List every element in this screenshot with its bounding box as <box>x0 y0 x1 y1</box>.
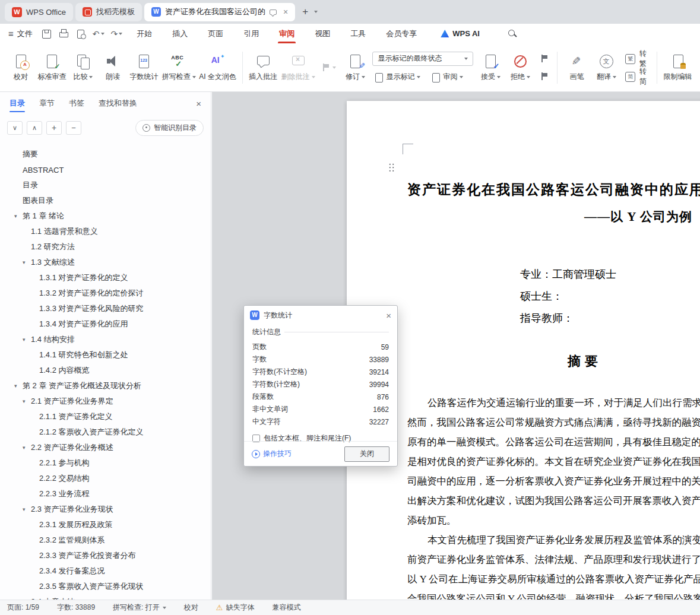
outline-item[interactable]: 2.3.4 发行备案总况 <box>0 563 211 579</box>
outline-item[interactable]: 2.2.2 交易结构 <box>0 471 211 486</box>
zoom-out-outline-button[interactable] <box>66 121 81 135</box>
menu-tab[interactable]: 页面 <box>207 24 224 43</box>
outline-item[interactable]: 1.3.4 对资产证券化的应用 <box>0 316 211 332</box>
tab-contents[interactable]: 目录 <box>9 92 25 115</box>
search-icon[interactable] <box>507 28 518 39</box>
show-markup-dropdown-icon[interactable] <box>417 76 420 78</box>
outline-item[interactable]: 2.3.1 发展历程及政策 <box>0 517 211 532</box>
outline-item[interactable]: 2.1.1 资产证券化定义 <box>0 409 211 424</box>
paragraph-drag-handle-icon[interactable] <box>388 163 395 172</box>
word-count-indicator[interactable]: 字数: 33889 <box>57 603 95 613</box>
outline-item[interactable]: 2.2.1 参与机构 <box>0 455 211 471</box>
smart-recognize-toc-button[interactable]: 智能识别目录 <box>135 120 204 136</box>
compare-dropdown-icon[interactable] <box>89 76 93 78</box>
tab-find-replace[interactable]: 查找和替换 <box>99 92 137 115</box>
reject-dropdown-icon[interactable] <box>527 76 530 78</box>
page-indicator[interactable]: 页面: 1/59 <box>7 603 39 613</box>
menu-tab[interactable]: 插入 <box>171 24 189 43</box>
print-icon[interactable] <box>58 28 69 39</box>
close-dialog-button[interactable]: 关闭 <box>344 446 389 462</box>
expand-triangle-icon[interactable] <box>23 445 31 451</box>
proofread-status[interactable]: 校对 <box>184 603 198 613</box>
expand-triangle-icon[interactable] <box>23 259 31 265</box>
outline-item[interactable]: 1.4 结构安排 <box>0 332 211 347</box>
print-preview-icon[interactable] <box>75 28 86 39</box>
track-changes-dropdown-icon[interactable] <box>362 76 365 78</box>
outline-item[interactable]: 2.2.3 业务流程 <box>0 486 211 502</box>
outline-item[interactable]: 2.1 资产证券化业务界定 <box>0 394 211 409</box>
outline-item[interactable]: 1.4.1 研究特色和创新之处 <box>0 347 211 363</box>
pen-button[interactable]: 画笔 <box>562 46 591 89</box>
restrict-edit-button[interactable]: 限制编辑 <box>661 46 694 89</box>
new-tab-button[interactable]: + <box>297 4 313 20</box>
outline-item[interactable]: 目录 <box>0 177 211 193</box>
track-changes-button[interactable]: 修订 <box>340 46 370 89</box>
close-pane-icon[interactable] <box>196 99 201 109</box>
spell-check-indicator[interactable]: 拼写检查: 打开 <box>113 603 166 613</box>
menu-tab[interactable]: 引用 <box>242 24 260 43</box>
spell-check-dropdown-icon[interactable] <box>192 76 196 78</box>
next-comment-button[interactable] <box>319 61 338 74</box>
missing-font-warning[interactable]: 缺失字体 <box>216 603 255 613</box>
menu-tab[interactable]: 审阅 <box>278 24 296 43</box>
close-tab-icon[interactable] <box>283 7 288 17</box>
outline-item[interactable]: 第 2 章 资产证券化概述及现状分析 <box>0 378 211 394</box>
outline-item[interactable]: 第 1 章 绪论 <box>0 208 211 224</box>
outline-item[interactable]: 1.4.2 内容概览 <box>0 363 211 378</box>
redo-button[interactable] <box>111 29 123 39</box>
word-count-button[interactable]: 字数统计 <box>128 46 160 89</box>
file-menu-button[interactable]: 文件 <box>8 28 33 39</box>
outline-item[interactable]: 1.3.1 对资产证券化的定义 <box>0 270 211 286</box>
expand-triangle-icon[interactable] <box>14 383 23 389</box>
tab-sections[interactable]: 章节 <box>39 92 55 115</box>
previous-change-button[interactable] <box>537 52 550 65</box>
accept-dropdown-icon[interactable] <box>497 76 501 78</box>
collapse-all-button[interactable] <box>27 121 42 135</box>
review-pane-button[interactable]: 审阅 <box>429 71 465 84</box>
outline-item[interactable]: 1.2 研究方法 <box>0 239 211 255</box>
dialog-titlebar[interactable]: W 字数统计 <box>244 306 397 325</box>
outline-item[interactable]: ABSTRACT <box>0 162 211 177</box>
undo-dropdown-icon[interactable] <box>101 33 104 35</box>
read-aloud-button[interactable]: 朗读 <box>98 46 128 89</box>
expand-triangle-icon[interactable] <box>23 337 31 343</box>
outline-item[interactable]: 2.4 本章小结 <box>0 594 211 600</box>
proofread-button[interactable]: 校对 <box>6 46 36 89</box>
insert-comment-button[interactable]: 插入批注 <box>247 46 280 89</box>
outline-item[interactable]: 1.3.3 对资产证券化风险的研究 <box>0 301 211 316</box>
to-traditional-button[interactable]: 转繁 <box>623 52 650 65</box>
outline-item[interactable]: 摘要 <box>0 147 211 162</box>
zoom-in-outline-button[interactable] <box>46 121 62 135</box>
translate-dropdown-icon[interactable] <box>613 76 616 78</box>
menu-tab[interactable]: 开始 <box>135 24 153 43</box>
tab-docer-template[interactable]: 找稻壳模板 <box>75 3 142 21</box>
redo-dropdown-icon[interactable] <box>119 33 122 35</box>
menu-tab[interactable]: 会员专享 <box>385 24 418 43</box>
dialog-close-icon[interactable] <box>386 310 391 321</box>
tab-wps-office[interactable]: W WPS Office <box>5 3 73 21</box>
next-change-button[interactable] <box>537 70 550 83</box>
document-page[interactable]: 资产证券化在我国公路客运公司融资中的应用 ——以 Y 公司为例 专业：工商管理硕… <box>347 101 700 600</box>
translate-button[interactable]: 翻译 <box>591 46 621 89</box>
tab-document[interactable]: W 资产证券化在我国客运公司的 <box>144 3 295 21</box>
show-markup-button[interactable]: 显示标记 <box>372 71 422 84</box>
outline-item[interactable]: 2.1.2 客票收入资产证券化定义 <box>0 424 211 440</box>
tips-link[interactable]: 操作技巧 <box>252 449 292 459</box>
outline-item[interactable]: 2.3.2 监管规则体系 <box>0 532 211 548</box>
outline-item[interactable]: 1.3 文献综述 <box>0 255 211 270</box>
review-pane-dropdown-icon[interactable] <box>460 76 463 78</box>
expand-triangle-icon[interactable] <box>23 506 31 512</box>
outline-item[interactable]: 1.1 选题背景和意义 <box>0 224 211 239</box>
markup-state-combobox[interactable]: 显示标记的最终状态 <box>372 52 473 66</box>
expand-all-button[interactable] <box>7 121 23 135</box>
accept-button[interactable]: 接受 <box>476 46 505 89</box>
spell-check-button[interactable]: 拼写检查 <box>160 46 198 89</box>
menu-tab[interactable]: 工具 <box>349 24 367 43</box>
tab-bookmarks[interactable]: 书签 <box>69 92 84 115</box>
to-simplified-button[interactable]: 转简 <box>623 70 650 83</box>
expand-triangle-icon[interactable] <box>23 398 31 404</box>
delete-comment-button[interactable]: 删除批注 <box>280 46 317 89</box>
wps-ai-button[interactable]: WPS AI <box>441 29 480 38</box>
save-icon[interactable] <box>41 28 52 39</box>
standard-review-button[interactable]: 标准审查 <box>36 46 68 89</box>
